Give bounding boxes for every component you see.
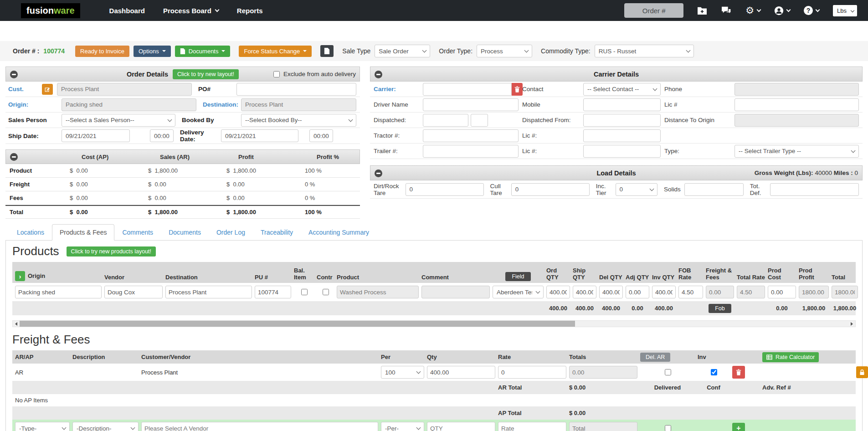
driver-name-input[interactable] xyxy=(423,98,519,111)
account-menu[interactable] xyxy=(774,6,790,15)
collapse-icon[interactable] xyxy=(375,169,382,177)
bal-item-checkbox[interactable] xyxy=(301,289,308,295)
add-fee-button[interactable]: + xyxy=(732,423,745,431)
delivery-date-input[interactable] xyxy=(221,129,298,142)
fee-rate-input[interactable] xyxy=(498,422,566,431)
fee-flag-checkbox[interactable] xyxy=(665,425,671,431)
tot-def-input[interactable] xyxy=(770,183,859,196)
collapse-icon[interactable] xyxy=(10,153,18,161)
conf-checkbox[interactable] xyxy=(711,369,717,375)
mobile-input[interactable] xyxy=(583,98,661,111)
po-input[interactable] xyxy=(236,83,356,96)
unit-select[interactable]: Lbs xyxy=(833,5,857,16)
documents-button[interactable]: Documents xyxy=(175,46,231,57)
sale-type-select[interactable]: Sale Order xyxy=(375,45,430,57)
options-button[interactable]: Options xyxy=(134,46,171,57)
products-horizontal-scrollbar[interactable] xyxy=(12,320,856,327)
fee-vendor-input[interactable] xyxy=(141,422,378,431)
ord-qty-input[interactable] xyxy=(546,286,570,298)
del-ar-button[interactable]: Del. AR xyxy=(640,353,670,362)
fob-rate-input[interactable] xyxy=(678,286,703,298)
tab-order-log[interactable]: Order Log xyxy=(209,224,253,241)
edit-customer-button[interactable] xyxy=(42,84,53,95)
dispatched-from-input[interactable] xyxy=(583,114,661,127)
prod-cost-input[interactable] xyxy=(768,286,796,298)
destination-input[interactable] xyxy=(241,98,356,111)
collapse-icon[interactable] xyxy=(375,71,382,78)
adj-qty-input[interactable] xyxy=(626,286,649,298)
product-total-input[interactable] xyxy=(832,286,858,298)
order-number-search-input[interactable] xyxy=(624,3,683,18)
menu-dashboard[interactable]: Dashboard xyxy=(109,7,145,15)
prod-profit-input[interactable] xyxy=(799,286,829,298)
help-menu[interactable]: ? xyxy=(804,6,819,15)
fusionware-logo[interactable]: fusionware xyxy=(21,3,80,18)
messages-button[interactable] xyxy=(721,6,732,15)
carrier-input[interactable] xyxy=(423,83,512,96)
inc-tier-select[interactable]: 0 xyxy=(616,183,657,196)
delivered-checkbox[interactable] xyxy=(665,369,671,375)
ship-time-input[interactable] xyxy=(150,129,174,142)
lic-input[interactable] xyxy=(734,98,859,111)
tab-accounting-summary[interactable]: Accounting Summary xyxy=(301,224,377,241)
trailer-input[interactable] xyxy=(423,145,519,158)
tractor-lic-input[interactable] xyxy=(583,129,661,142)
phone-input[interactable] xyxy=(734,83,859,96)
scroll-right-button[interactable] xyxy=(848,321,855,327)
product-comment-input[interactable] xyxy=(421,286,490,298)
fee-description-select[interactable]: -Description- xyxy=(72,422,139,431)
order-type-select[interactable]: Process xyxy=(477,45,532,57)
try-new-products-layout-button[interactable]: Click to try new products layout! xyxy=(67,246,156,257)
new-folder-button[interactable] xyxy=(697,6,707,15)
tab-comments[interactable]: Comments xyxy=(114,224,161,241)
tractor-input[interactable] xyxy=(423,129,519,142)
freight-qty-input[interactable] xyxy=(427,366,495,379)
product-name-input[interactable] xyxy=(337,286,419,298)
fee-per-select[interactable]: -Per- xyxy=(381,422,424,431)
menu-process-board[interactable]: Process Board xyxy=(163,7,219,15)
freight-totals-input[interactable] xyxy=(569,366,637,379)
customer-input[interactable] xyxy=(57,83,192,96)
product-pu-input[interactable] xyxy=(255,286,291,298)
force-status-change-button[interactable]: Force Status Change xyxy=(239,46,312,57)
dirt-rock-tare-input[interactable] xyxy=(406,183,484,196)
dispatched-date-input[interactable] xyxy=(423,114,468,127)
delete-freight-row-button[interactable] xyxy=(732,366,745,379)
contact-select[interactable]: -- Select Contact -- xyxy=(583,83,661,96)
total-rate-input[interactable] xyxy=(737,286,765,298)
field-select[interactable]: Aberdeen Test xyxy=(493,286,544,298)
dispatched-time-input[interactable] xyxy=(471,114,488,127)
fob-button[interactable]: Fob xyxy=(709,304,731,313)
cull-tare-input[interactable] xyxy=(511,183,590,196)
rate-calculator-button[interactable]: Rate Calculator xyxy=(762,352,819,362)
tab-products-fees[interactable]: Products & Fees xyxy=(52,224,115,241)
scrollbar-thumb[interactable] xyxy=(20,321,575,327)
fee-total-input[interactable] xyxy=(569,422,637,431)
product-origin-input[interactable] xyxy=(15,286,102,298)
del-qty-input[interactable] xyxy=(599,286,623,298)
tab-documents[interactable]: Documents xyxy=(161,224,209,241)
delete-carrier-button[interactable] xyxy=(512,83,523,96)
exclude-auto-delivery-checkbox[interactable] xyxy=(273,71,280,77)
distance-to-origin-input[interactable] xyxy=(734,114,859,127)
trailer-lic-input[interactable] xyxy=(583,145,661,158)
menu-reports[interactable]: Reports xyxy=(237,7,263,15)
commodity-type-select[interactable]: RUS - Russet xyxy=(595,45,694,57)
origin-input[interactable] xyxy=(62,98,196,111)
trailer-type-select[interactable]: -- Select Trailer Type -- xyxy=(734,145,859,158)
ship-qty-input[interactable] xyxy=(573,286,596,298)
delivery-time-input[interactable] xyxy=(309,129,333,142)
fee-qty-input[interactable] xyxy=(427,422,495,431)
print-order-button[interactable] xyxy=(320,45,334,57)
inv-qty-input[interactable] xyxy=(652,286,676,298)
fee-type-select[interactable]: -Type- xyxy=(15,422,70,431)
settings-menu[interactable]: ⚙ xyxy=(745,6,760,15)
product-vendor-input[interactable] xyxy=(104,286,163,298)
expand-row-button[interactable]: › xyxy=(15,271,25,281)
scroll-left-button[interactable] xyxy=(13,321,20,327)
tab-traceability[interactable]: Traceability xyxy=(253,224,301,241)
booked-by-select[interactable]: --Select Booked By-- xyxy=(241,114,356,127)
field-button[interactable]: Field xyxy=(505,272,530,281)
sales-person-select[interactable]: --Select a Sales Person-- xyxy=(62,114,175,127)
per-select[interactable]: 100 xyxy=(381,366,424,379)
